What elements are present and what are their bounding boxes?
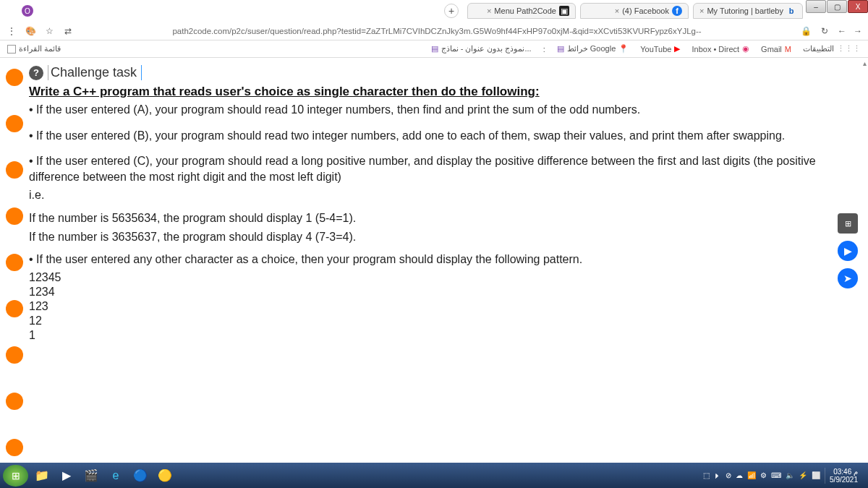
tab-facebook[interactable]: × (4) Facebook f — [580, 3, 689, 19]
tab-label: My Tutoring | bartleby — [707, 7, 783, 15]
close-icon[interactable]: × — [615, 7, 619, 15]
lock-icon: 🔒 — [800, 26, 812, 36]
floating-actions: ⊞ ▶ ➤ — [838, 213, 858, 288]
start-button[interactable]: ⊞ — [3, 465, 28, 487]
address-bar: ⋮ 🎨 ☆ ⇄ path2code.com/p2c/suser/question… — [0, 22, 868, 40]
ie-label: i.e. — [29, 187, 846, 203]
paint-icon[interactable]: 🎨 — [25, 26, 36, 36]
tray-icon[interactable]: ⊘ — [726, 471, 731, 479]
bookmark-inbox[interactable]: Inbox • Direct◉ — [692, 44, 749, 53]
tab-strip: O + × Menu Path2Code ▣ × (4) Facebook f … — [0, 2, 803, 20]
help-icon: ? — [29, 66, 43, 80]
tab-label: Menu Path2Code — [494, 7, 556, 15]
tab-label: (4) Facebook — [622, 7, 669, 15]
window-maximize[interactable]: ▢ — [827, 0, 847, 13]
bookmark-maps[interactable]: ▤خرائط Google📍 — [557, 44, 629, 53]
tray-icon[interactable]: 🔈 — [786, 471, 794, 479]
menu-icon[interactable]: ⋮ — [6, 26, 17, 36]
tray-icon[interactable]: ⚡ — [799, 471, 807, 479]
challenge-prompt: Write a C++ program that reads user's ch… — [29, 85, 846, 99]
send-button[interactable]: ➤ — [838, 268, 858, 288]
question-content: ? Challenge task Write a C++ program tha… — [0, 59, 868, 463]
bookmark-youtube[interactable]: YouTube▶ — [640, 44, 680, 53]
chrome2-icon[interactable]: 🟡 — [154, 466, 176, 486]
url-field[interactable]: path2code.com/p2c/suser/question/read.ph… — [81, 27, 793, 35]
option-c: • If the user entered (C), your program … — [29, 153, 846, 184]
pattern-output: 12345 1234 123 12 1 — [29, 270, 846, 343]
close-icon[interactable]: × — [699, 7, 704, 15]
media-icon[interactable]: ▶ — [56, 466, 77, 486]
bookmarks-bar: قائمة القراءة ▤نموذج بدون عنوان - نماذج.… — [0, 40, 868, 58]
tab-bartleby[interactable]: × My Tutoring | bartleby b — [693, 3, 803, 19]
play-button[interactable]: ▶ — [838, 241, 858, 261]
tray-icon[interactable]: ☁ — [736, 471, 743, 479]
bookmark-form[interactable]: ▤نموذج بدون عنوان - نماذج... — [431, 44, 532, 53]
star-icon[interactable]: ☆ — [43, 26, 55, 36]
reload-icon[interactable]: ↻ — [819, 26, 830, 36]
bookmark-gmail[interactable]: GmailM — [761, 45, 791, 53]
reading-list[interactable]: قائمة القراءة — [19, 44, 61, 53]
ie-icon[interactable]: e — [105, 466, 127, 486]
system-tray[interactable]: ⬚ ⏵ ⊘ ☁ 📶 ⚙ ⌨ 🔈 ⚡ ⬜ 03:46 م 5/9/2021 — [703, 468, 865, 484]
window-close[interactable]: X — [848, 0, 868, 13]
list-icon — [7, 45, 16, 53]
grid-button[interactable]: ⊞ — [838, 213, 858, 234]
tab-path2code[interactable]: × Menu Path2Code ▣ — [467, 3, 576, 19]
chrome-icon[interactable]: 🔵 — [129, 466, 151, 486]
site-icon: ▣ — [559, 6, 569, 16]
tray-icon[interactable]: ⏵ — [714, 471, 721, 479]
bartleby-icon: b — [786, 6, 796, 16]
close-icon[interactable]: × — [487, 7, 491, 15]
challenge-title: Challenge task — [48, 65, 142, 80]
forward-button[interactable]: → — [854, 26, 862, 36]
facebook-icon: f — [672, 6, 682, 16]
tray-icon[interactable]: ⬚ — [703, 471, 710, 479]
explorer-icon[interactable]: 📁 — [31, 466, 53, 486]
option-other: • If the user entered any other characte… — [29, 252, 846, 267]
new-tab-button[interactable]: + — [444, 4, 459, 18]
tray-icon[interactable]: ⌨ — [771, 471, 781, 479]
opera-icon[interactable]: O — [22, 5, 33, 17]
bookmark-apps[interactable]: التطبيقات⋮⋮⋮ — [803, 44, 861, 53]
option-a: • If the user entered (A), your program … — [29, 102, 846, 118]
clock[interactable]: 03:46 م 5/9/2021 — [825, 468, 862, 484]
back-button[interactable]: ← — [838, 26, 846, 36]
example-2: If the number is 3635637, the program sh… — [29, 229, 846, 245]
option-b: • If the user entered (B), your program … — [29, 128, 846, 144]
window-minimize[interactable]: – — [806, 0, 826, 13]
taskbar: ⊞ 📁 ▶ 🎬 e 🔵 🟡 ⬚ ⏵ ⊘ ☁ 📶 ⚙ ⌨ 🔈 ⚡ ⬜ 03:46 … — [0, 463, 868, 488]
tray-icon[interactable]: ⚙ — [760, 471, 767, 479]
tray-icon[interactable]: ⬜ — [812, 471, 820, 479]
movie-icon[interactable]: 🎬 — [80, 466, 102, 486]
tray-icon[interactable]: 📶 — [747, 471, 756, 479]
example-1: If the number is 5635634, the program sh… — [29, 210, 846, 226]
translate-icon[interactable]: ⇄ — [62, 26, 74, 36]
